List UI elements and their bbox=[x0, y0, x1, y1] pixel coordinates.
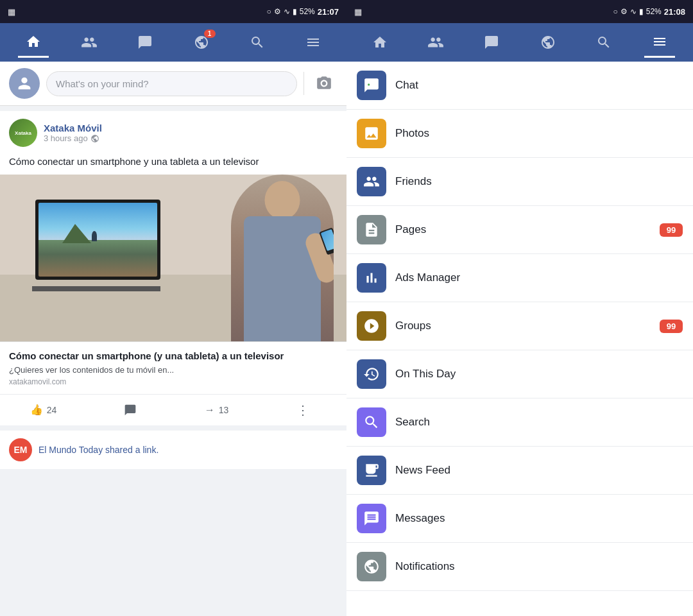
more-icon: ⋮ bbox=[296, 402, 311, 418]
nav-globe[interactable]: 1 bbox=[186, 27, 217, 58]
composer-avatar bbox=[9, 68, 40, 99]
right-panel: ChatPhotosFriendsPages99Ads ManagerGroup… bbox=[346, 23, 693, 616]
wifi-icon-r: ∿ bbox=[630, 7, 637, 16]
status-left-icons: ▦ bbox=[8, 7, 15, 17]
comment-button[interactable] bbox=[87, 397, 173, 423]
post-card: Xataka Xataka Móvil 3 hours ago Cómo con… bbox=[0, 111, 346, 425]
menu-item-label-on-this-day: On This Day bbox=[395, 368, 683, 381]
feed-content: What's on your mind? Xataka Xataka Móvil bbox=[0, 62, 346, 616]
signal-icon: ▮ bbox=[293, 7, 297, 16]
nav-messenger[interactable] bbox=[130, 27, 160, 58]
status-bar-left: ▦ ○ ⚙ ∿ ▮ 52% 21:07 bbox=[0, 0, 346, 23]
nav-menu-right[interactable] bbox=[644, 27, 675, 58]
next-post-avatar: EM bbox=[9, 438, 32, 461]
groups-icon bbox=[357, 311, 386, 341]
right-navbar bbox=[346, 23, 693, 62]
left-panel: 1 What's on you bbox=[0, 23, 346, 616]
news-feed-icon bbox=[357, 456, 386, 485]
time-left: 21:07 bbox=[318, 7, 339, 17]
friends-icon bbox=[357, 167, 386, 196]
link-domain: xatakamovil.com bbox=[9, 377, 338, 386]
menu-item-ads-manager[interactable]: Ads Manager bbox=[346, 254, 693, 302]
link-desc: ¿Quieres ver los contenidos de tu móvil … bbox=[9, 365, 338, 375]
menu-item-groups[interactable]: Groups99 bbox=[346, 302, 693, 350]
nav-globe-right[interactable] bbox=[533, 27, 563, 58]
notifications-icon bbox=[357, 552, 386, 581]
link-preview: Cómo conectar un smartphone (y una table… bbox=[0, 341, 346, 394]
menu-item-label-chat: Chat bbox=[395, 79, 683, 92]
menu-item-label-news-feed: News Feed bbox=[395, 464, 683, 477]
left-navbar: 1 bbox=[0, 23, 346, 62]
menu-item-pages[interactable]: Pages99 bbox=[346, 206, 693, 254]
post-meta: Xataka Móvil 3 hours ago bbox=[44, 123, 338, 143]
nav-messenger-right[interactable] bbox=[476, 27, 507, 58]
menu-item-label-ads-manager: Ads Manager bbox=[395, 271, 683, 284]
menu-list: ChatPhotosFriendsPages99Ads ManagerGroup… bbox=[346, 62, 693, 616]
post-image bbox=[0, 175, 346, 341]
time-right: 21:08 bbox=[664, 7, 685, 17]
next-post-preview: EM El Mundo Today shared a link. bbox=[0, 431, 346, 469]
ads-manager-icon bbox=[357, 263, 386, 293]
menu-item-notifications[interactable]: Notifications bbox=[346, 543, 693, 591]
menu-item-photos[interactable]: Photos bbox=[346, 110, 693, 158]
bluetooth-icon-r: ○ bbox=[613, 7, 617, 16]
bluetooth-icon: ○ bbox=[266, 7, 271, 16]
share-count: 13 bbox=[219, 405, 229, 415]
chat-icon bbox=[357, 71, 386, 100]
menu-badge-pages: 99 bbox=[660, 223, 683, 237]
pages-icon bbox=[357, 215, 386, 244]
nav-friends-right[interactable] bbox=[420, 27, 451, 58]
composer-divider bbox=[304, 72, 304, 95]
menu-item-label-search: Search bbox=[395, 416, 683, 429]
share-button[interactable]: → 13 bbox=[173, 397, 260, 423]
signal-icon-r: ▮ bbox=[639, 7, 644, 16]
menu-badge-groups: 99 bbox=[660, 320, 683, 333]
alarm-icon: ⚙ bbox=[274, 7, 281, 16]
like-icon: 👍 bbox=[30, 404, 43, 416]
status-bar-right: ▦ ○ ⚙ ∿ ▮ 52% 21:08 bbox=[346, 0, 693, 23]
share-icon: → bbox=[205, 404, 215, 416]
menu-item-label-messages: Messages bbox=[395, 512, 683, 525]
menu-item-label-photos: Photos bbox=[395, 127, 683, 140]
nav-search[interactable] bbox=[242, 27, 273, 58]
menu-item-label-groups: Groups bbox=[395, 320, 651, 332]
next-post-text: El Mundo Today shared a link. bbox=[38, 445, 158, 455]
menu-item-friends[interactable]: Friends bbox=[346, 158, 693, 206]
status-right-info: ○ ⚙ ∿ ▮ 52% 21:07 bbox=[266, 7, 339, 17]
menu-item-label-notifications: Notifications bbox=[395, 560, 683, 573]
menu-item-chat[interactable]: Chat bbox=[346, 62, 693, 110]
status-right-right-info: ○ ⚙ ∿ ▮ 52% 21:08 bbox=[613, 7, 685, 17]
post-time: 3 hours ago bbox=[44, 133, 338, 143]
more-button[interactable]: ⋮ bbox=[260, 397, 346, 423]
status-right-left-icons: ▦ bbox=[354, 7, 362, 17]
phone-icon: ▦ bbox=[8, 7, 15, 17]
menu-item-news-feed[interactable]: News Feed bbox=[346, 447, 693, 495]
camera-icon[interactable] bbox=[311, 75, 338, 92]
post-composer: What's on your mind? bbox=[0, 62, 346, 106]
wifi-icon: ∿ bbox=[284, 7, 290, 16]
page-avatar: Xataka bbox=[9, 119, 37, 147]
nav-friends[interactable] bbox=[74, 27, 105, 58]
menu-item-on-this-day[interactable]: On This Day bbox=[346, 350, 693, 398]
search-icon bbox=[357, 407, 386, 437]
phone-icon-right: ▦ bbox=[354, 7, 362, 17]
nav-menu-left[interactable] bbox=[298, 27, 329, 58]
link-title: Cómo conectar un smartphone (y una table… bbox=[9, 350, 338, 363]
composer-input-placeholder[interactable]: What's on your mind? bbox=[46, 71, 297, 96]
globe-badge: 1 bbox=[204, 30, 216, 38]
comment-icon bbox=[124, 404, 137, 416]
post-author[interactable]: Xataka Móvil bbox=[44, 123, 338, 133]
menu-item-label-friends: Friends bbox=[395, 175, 683, 188]
menu-item-label-pages: Pages bbox=[395, 223, 651, 236]
alarm-icon-r: ⚙ bbox=[620, 7, 628, 16]
menu-item-search[interactable]: Search bbox=[346, 398, 693, 447]
nav-home-right[interactable] bbox=[364, 27, 395, 58]
nav-home[interactable] bbox=[18, 27, 49, 58]
battery-right: 52% bbox=[646, 7, 662, 16]
nav-search-right[interactable] bbox=[588, 27, 619, 58]
menu-item-messages[interactable]: Messages bbox=[346, 495, 693, 543]
like-button[interactable]: 👍 24 bbox=[0, 397, 87, 423]
post-title: Cómo conectar un smartphone y una tablet… bbox=[0, 155, 346, 175]
post-header: Xataka Xataka Móvil 3 hours ago bbox=[0, 111, 346, 155]
photos-icon bbox=[357, 119, 386, 148]
